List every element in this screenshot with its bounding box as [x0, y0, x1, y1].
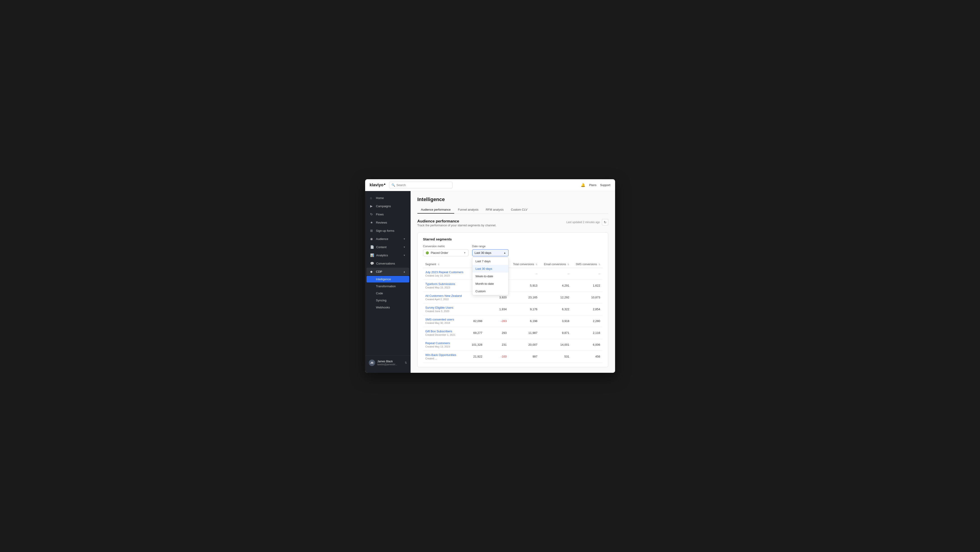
- segments-table: Segment ⇅ Size change ⇅ Total conversion…: [423, 261, 603, 362]
- sidebar-item-reviews[interactable]: ★ Reviews: [366, 219, 409, 226]
- size-change-cell: 231: [485, 339, 509, 351]
- col-sms-conversions[interactable]: SMS conversions ⇅: [571, 261, 602, 268]
- email-conversions-cell: 531: [540, 351, 571, 362]
- last-updated-text: Last updated 2 minutes ago: [566, 221, 600, 224]
- sidebar-sub-item-webhooks[interactable]: Webhooks: [366, 304, 409, 311]
- chevron-down-icon: ▼: [464, 252, 466, 254]
- top-bar: klaviyo 🔍 🔔 Plans Support: [365, 179, 615, 191]
- table-row: Win-Back Opportunities Created ... 21,92…: [423, 351, 603, 362]
- plans-link[interactable]: Plans: [589, 183, 597, 187]
- table-row: SMS consented users Created May 30, 2018…: [423, 315, 603, 327]
- sms-conversions-cell: 2,854: [571, 303, 602, 315]
- sidebar-sub-item-label: Code: [376, 292, 383, 295]
- sidebar-item-campaigns[interactable]: ▶ Campaigns: [366, 202, 409, 210]
- segment-name-link[interactable]: All Customers New Zealand: [425, 294, 466, 297]
- main-layout: ⌂ Home ▶ Campaigns ↻ Flows ★ Reviews ⊞ S…: [365, 191, 615, 373]
- size-cell: [468, 303, 484, 315]
- segment-cell: Survey Eligible Users Created June 3, 20…: [423, 303, 469, 315]
- size-change-cell: 1,934: [485, 303, 509, 315]
- tab-audience-performance[interactable]: Audience performance: [417, 206, 455, 214]
- sort-icon: ⇅: [567, 263, 569, 266]
- sidebar-item-signup-forms[interactable]: ⊞ Sign-up forms: [366, 227, 409, 235]
- segment-date: Created December 1, 2021: [425, 333, 466, 336]
- email-conversions-cell: 6,322: [540, 303, 571, 315]
- segment-date: Created April 2, 2022: [425, 298, 466, 301]
- sms-conversions-cell: 2,116: [571, 327, 602, 339]
- col-segment[interactable]: Segment ⇅: [423, 261, 469, 268]
- sidebar-item-home[interactable]: ⌂ Home: [366, 194, 409, 202]
- sidebar-sub-item-label: Webhooks: [376, 306, 390, 309]
- tab-custom-clv[interactable]: Custom CLV: [507, 206, 531, 214]
- sidebar-sub-item-code[interactable]: Code: [366, 290, 409, 297]
- segment-date: Created ...: [425, 357, 466, 360]
- table-row: Typeform Submissions Created May 15, 202…: [423, 280, 603, 292]
- conversion-metric-group: Conversion metric 🟢 Placed Order ▼: [423, 245, 469, 256]
- dropdown-item-custom[interactable]: Custom: [473, 287, 508, 295]
- total-conversions-cell: 20,007: [509, 339, 540, 351]
- segment-name-link[interactable]: Survey Eligible Users: [425, 306, 466, 310]
- controls-row: Conversion metric 🟢 Placed Order ▼ Date …: [423, 245, 603, 256]
- size-change-cell: 293: [485, 327, 509, 339]
- conversion-metric-select[interactable]: 🟢 Placed Order ▼: [423, 249, 469, 256]
- email-conversions-cell: 12,292: [540, 292, 571, 303]
- total-conversions-cell: 6,198: [509, 315, 540, 327]
- search-bar[interactable]: 🔍: [389, 182, 453, 188]
- section-subtitle: Track the performance of your starred se…: [417, 223, 496, 227]
- sidebar-item-label: Flows: [376, 213, 384, 216]
- sms-conversions-cell: 10,873: [571, 292, 602, 303]
- tabs: Audience performance Funnel analysis RFM…: [417, 206, 608, 214]
- dropdown-item-week-to-date[interactable]: Week-to-date: [473, 273, 508, 280]
- date-range-dropdown: Last 7 days Last 30 days Week-to-date Mo…: [472, 257, 509, 295]
- sidebar-sub-item-syncing[interactable]: Syncing: [366, 297, 409, 304]
- refresh-button[interactable]: ↻: [602, 219, 608, 225]
- segment-name-link[interactable]: Gift Box Subscribers: [425, 330, 466, 333]
- chevron-up-icon: ▲: [403, 270, 406, 273]
- col-total-conversions[interactable]: Total conversions ⇅: [509, 261, 540, 268]
- dropdown-item-last-7-days[interactable]: Last 7 days: [473, 257, 508, 265]
- col-email-conversions[interactable]: Email conversions ⇅: [540, 261, 571, 268]
- dropdown-item-last-30-days[interactable]: Last 30 days: [473, 265, 508, 273]
- sidebar-item-flows[interactable]: ↻ Flows: [366, 211, 409, 218]
- segment-name-link[interactable]: Win-Back Opportunities: [425, 353, 466, 357]
- sidebar-item-label: Sign-up forms: [376, 229, 395, 233]
- avatar: JB: [369, 360, 375, 366]
- sidebar-sub-item-intelligence[interactable]: Intelligence: [366, 276, 409, 282]
- sidebar-item-conversations[interactable]: 💬 Conversations: [366, 260, 409, 267]
- total-conversions-cell: 5,913: [509, 280, 540, 292]
- date-range-group: Date range Last 30 days ▲ Last 7 days La…: [472, 245, 509, 256]
- reviews-icon: ★: [370, 221, 374, 224]
- sidebar-sub-item-label: Intelligence: [376, 278, 391, 281]
- sort-icon: ⇅: [536, 263, 538, 266]
- sidebar-item-label: Content: [376, 246, 387, 249]
- date-range-select[interactable]: Last 30 days ▲: [472, 249, 509, 256]
- bell-icon[interactable]: 🔔: [581, 183, 585, 187]
- sidebar-item-content[interactable]: 📄 Content ▼: [366, 243, 409, 251]
- tab-funnel-analysis[interactable]: Funnel analysis: [454, 206, 482, 214]
- dropdown-item-month-to-date[interactable]: Month-to-date: [473, 280, 508, 287]
- date-range-label: Date range: [472, 245, 509, 248]
- search-input[interactable]: [396, 183, 450, 187]
- email-conversions-cell: 3,918: [540, 315, 571, 327]
- sidebar-item-label: Analytics: [376, 254, 388, 257]
- size-cell: 82,098: [468, 315, 484, 327]
- sidebar-sub-item-transformation[interactable]: Transformation: [366, 283, 409, 290]
- size-cell: 21,922: [468, 351, 484, 362]
- segment-name-link[interactable]: SMS consented users: [425, 318, 466, 321]
- segment-name-link[interactable]: Typeform Submissions: [425, 282, 466, 286]
- email-conversions-cell: –: [540, 268, 571, 280]
- segment-date: Created June 3, 2020: [425, 310, 466, 313]
- email-conversions-cell: 9,871: [540, 327, 571, 339]
- segment-name-link[interactable]: Repeat Customers: [425, 341, 466, 345]
- sidebar-item-cdp[interactable]: ◆ CDP ▲: [366, 268, 409, 276]
- segment-name-link[interactable]: July 2023 Repeat Customers: [425, 270, 466, 274]
- top-bar-right: 🔔 Plans Support: [581, 183, 610, 187]
- segment-cell: Typeform Submissions Created May 15, 202…: [423, 280, 469, 292]
- sidebar-item-audience[interactable]: ◉ Audience ▼: [366, 235, 409, 242]
- chevron-down-icon: ▼: [403, 238, 406, 240]
- user-info[interactable]: JB James Black twebb@jamesbl... ⇅: [366, 358, 409, 368]
- placed-order-icon: 🟢: [426, 251, 429, 255]
- tab-rfm-analysis[interactable]: RFM analysis: [482, 206, 508, 214]
- sidebar-item-analytics[interactable]: 📊 Analytics ▼: [366, 251, 409, 259]
- total-conversions-cell: 11,987: [509, 327, 540, 339]
- support-link[interactable]: Support: [600, 183, 611, 187]
